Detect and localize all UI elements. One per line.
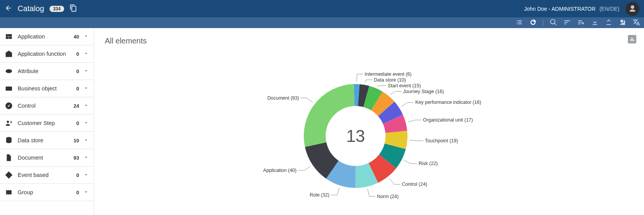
sidebar-item-attribute[interactable]: Attribute0	[0, 63, 94, 80]
chart-label-document: Document (93)	[267, 95, 299, 101]
sidebar-item-count: 0	[71, 172, 79, 178]
chart-toggle-button[interactable]	[628, 35, 636, 43]
person-voice-icon	[5, 119, 13, 127]
svg-point-3	[6, 70, 12, 73]
sidebar-item-control[interactable]: Control24	[0, 97, 94, 115]
dashed-box-icon	[5, 188, 13, 196]
sidebar-item-data-store[interactable]: Data store10	[0, 132, 94, 149]
back-icon[interactable]	[5, 4, 12, 13]
upload-icon[interactable]	[605, 18, 613, 27]
chevron-down-icon[interactable]	[83, 120, 89, 127]
header-left: Catalog 334	[5, 4, 77, 13]
chevron-down-icon[interactable]	[83, 189, 89, 196]
toolbar-divider	[543, 19, 543, 26]
sidebar-item-label: Business object	[18, 85, 71, 92]
page-title: Catalog	[18, 4, 44, 13]
leader-line	[377, 85, 386, 86]
sidebar[interactable]: Application40Application function0Attrib…	[0, 28, 94, 215]
sidebar-item-count: 0	[71, 190, 79, 195]
chart-label-organizational-unit: Organizational unit (17)	[423, 117, 473, 123]
sidebar-item-application-function[interactable]: Application function0	[0, 45, 94, 63]
leader-line	[365, 80, 372, 82]
chevron-down-icon[interactable]	[83, 172, 89, 179]
sidebar-item-count: 24	[71, 103, 79, 109]
chevron-down-icon[interactable]	[83, 154, 89, 162]
stamp-icon[interactable]	[619, 18, 626, 27]
sidebar-item-label: Customer Step	[18, 120, 71, 126]
sidebar-item-label: Group	[18, 189, 71, 195]
sidebar-item-count: 0	[71, 68, 79, 74]
leader-line	[298, 166, 311, 170]
list-view-icon[interactable]	[515, 18, 523, 27]
chevron-down-icon[interactable]	[83, 33, 89, 40]
sidebar-item-count: 0	[71, 120, 79, 126]
sidebar-item-label: Control	[18, 103, 71, 109]
leader-line	[401, 102, 414, 107]
leader-line	[368, 189, 375, 197]
chart-label-data-store: Data store (10)	[374, 77, 406, 82]
copy-icon[interactable]	[70, 4, 77, 13]
chart-label-key-performance-indicator: Key performance indicator (16)	[415, 100, 481, 105]
svg-rect-2	[9, 37, 12, 39]
chart-label-norm: Norm (24)	[377, 193, 399, 199]
user-label: John Doe - ADMINISTRATOR	[524, 6, 596, 12]
chevron-down-icon[interactable]	[83, 68, 89, 75]
chart-label-role: Role (32)	[310, 192, 329, 198]
card-icon	[5, 85, 13, 92]
leader-line	[389, 178, 400, 184]
sidebar-item-label: Document	[18, 155, 71, 161]
donut-chart: 13Intermediate event (6)Data store (10)S…	[248, 55, 517, 215]
svg-point-7	[7, 121, 9, 123]
diamond-icon	[5, 171, 13, 179]
sidebar-item-label: Application	[18, 33, 71, 40]
leader-line	[408, 120, 421, 122]
sidebar-item-event-based[interactable]: Event based0	[0, 167, 94, 184]
header-right: John Doe - ADMINISTRATOR (EN/DE)	[524, 2, 639, 16]
app-header: Catalog 334 John Doe - ADMINISTRATOR (EN…	[0, 0, 644, 17]
chart-label-application: Application (40)	[263, 168, 296, 173]
chart-label-risk: Risk (22)	[419, 161, 438, 166]
sort-icon[interactable]	[563, 18, 571, 27]
translate-icon[interactable]	[632, 18, 640, 27]
chart-center-value: 13	[346, 127, 365, 145]
app-icon	[5, 33, 13, 40]
leader-line	[410, 140, 424, 141]
toolbar	[0, 17, 644, 28]
chart-view-icon[interactable]	[529, 18, 537, 27]
sidebar-item-customer-step[interactable]: Customer Step0	[0, 115, 94, 132]
sidebar-item-label: Data store	[18, 137, 71, 143]
leader-line	[404, 160, 417, 163]
search-icon[interactable]	[550, 18, 557, 27]
catalog-count-badge: 334	[50, 6, 64, 12]
chart-label-intermediate-event: Intermediate event (6)	[364, 71, 411, 77]
main-area: Application40Application function0Attrib…	[0, 28, 644, 215]
sidebar-item-count: 40	[71, 34, 79, 40]
sidebar-item-business-object[interactable]: Business object0	[0, 80, 94, 97]
content-area: All elements 13Intermediate event (6)Dat…	[94, 28, 644, 215]
sidebar-item-count: 10	[71, 138, 79, 143]
chevron-down-icon[interactable]	[83, 50, 89, 58]
chart-label-touchpoint: Touchpoint (19)	[425, 138, 458, 143]
sidebar-item-label: Attribute	[18, 68, 71, 74]
chevron-down-icon[interactable]	[83, 102, 89, 110]
sidebar-item-label: Event based	[18, 172, 71, 178]
sidebar-item-application[interactable]: Application40	[0, 28, 94, 45]
chart-label-control: Control (24)	[402, 182, 427, 187]
leader-line	[357, 74, 363, 82]
add-icon[interactable]	[577, 18, 585, 27]
chevron-down-icon[interactable]	[83, 85, 89, 92]
ellipse-icon	[5, 67, 13, 75]
sidebar-item-count: 0	[71, 51, 79, 57]
leader-line	[391, 91, 402, 94]
check-circle-icon	[5, 102, 13, 110]
sidebar-item-count: 0	[71, 86, 79, 92]
sidebar-item-document[interactable]: Document93	[0, 149, 94, 167]
download-icon[interactable]	[591, 18, 599, 27]
user-avatar[interactable]	[626, 2, 639, 16]
svg-rect-0	[6, 34, 12, 36]
sidebar-item-label: Application function	[18, 51, 71, 57]
content-title: All elements	[105, 37, 633, 45]
leader-line	[331, 188, 339, 195]
sidebar-item-group[interactable]: Group0	[0, 184, 94, 201]
chevron-down-icon[interactable]	[83, 137, 89, 144]
